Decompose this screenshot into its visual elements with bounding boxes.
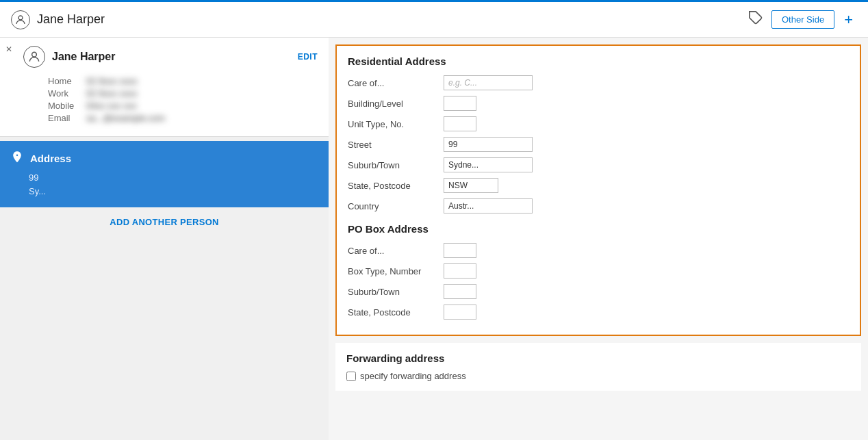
close-button[interactable]: ✕: [5, 44, 12, 54]
building-level-label: Building/Level: [348, 99, 444, 109]
forwarding-title: Forwarding address: [346, 352, 850, 364]
forwarding-section: Forwarding address specify forwarding ad…: [335, 343, 861, 391]
pobox-state-postcode-input[interactable]: [444, 305, 476, 320]
work-label: Work: [48, 88, 81, 99]
suburb-town-input[interactable]: [444, 157, 533, 172]
address-line2: Sy...: [29, 185, 318, 198]
home-label: Home: [48, 76, 81, 86]
forwarding-checkbox[interactable]: [346, 372, 356, 381]
home-value: 02 9xxx xxxx: [86, 76, 137, 86]
svg-point-0: [18, 16, 23, 20]
residential-address-section: Residential Address Care of... Building/…: [335, 44, 861, 336]
pobox-suburb-town-label: Suburb/Town: [348, 287, 444, 297]
contact-row-work: Work 02 9xxx xxxx: [48, 88, 318, 99]
forwarding-checkbox-label[interactable]: specify forwarding address: [360, 371, 466, 381]
suburb-town-label: Suburb/Town: [348, 160, 444, 170]
address-card[interactable]: Address 99 Sy...: [0, 141, 329, 207]
care-of-row: Care of...: [348, 75, 849, 90]
pobox-care-of-row: Care of...: [348, 243, 849, 258]
suburb-town-row: Suburb/Town: [348, 157, 849, 172]
address-card-detail: 99 Sy...: [29, 171, 318, 198]
add-new-button[interactable]: +: [840, 10, 857, 30]
contact-name: Jane Harper: [52, 51, 291, 63]
address-card-title: Address: [30, 153, 71, 164]
unit-type-row: Unit Type, No.: [348, 116, 849, 131]
add-another-person-button[interactable]: ADD ANOTHER PERSON: [0, 207, 329, 237]
address-pin-icon: [11, 151, 23, 166]
state-postcode-row: State, Postcode: [348, 178, 849, 193]
state-postcode-input[interactable]: [444, 178, 498, 193]
care-of-label: Care of...: [348, 78, 444, 88]
unit-type-input[interactable]: [444, 116, 476, 131]
address-card-header: Address: [11, 151, 318, 166]
pobox-state-postcode-label: State, Postcode: [348, 307, 444, 318]
street-label: Street: [348, 140, 444, 150]
contact-row-home: Home 02 9xxx xxxx: [48, 76, 318, 86]
box-type-number-row: Box Type, Number: [348, 263, 849, 279]
pobox-sub-section: PO Box Address Care of... Box Type, Numb…: [348, 223, 849, 320]
address-line1: 99: [29, 171, 318, 185]
contact-row-mobile: Mobile 04xx xxx xxx: [48, 101, 318, 111]
pobox-care-of-label: Care of...: [348, 246, 444, 256]
contact-details: Home 02 9xxx xxxx Work 02 9xxx xxxx Mobi…: [48, 76, 318, 123]
header-right: Other Side +: [745, 8, 857, 31]
pobox-suburb-town-row: Suburb/Town: [348, 284, 849, 299]
care-of-input[interactable]: [444, 75, 533, 90]
country-row: Country: [348, 198, 849, 213]
email-label: Email: [48, 113, 81, 123]
street-row: Street: [348, 137, 849, 152]
header-person-icon: [11, 10, 30, 29]
main-layout: ✕ Jane Harper EDIT Home 02 9xxx xxxx Wor: [0, 38, 868, 440]
country-label: Country: [348, 201, 444, 211]
header-name: Jane Harper: [37, 12, 105, 27]
pobox-section-title: PO Box Address: [348, 223, 849, 235]
contact-avatar: [23, 46, 45, 68]
box-type-number-input[interactable]: [444, 263, 476, 279]
unit-type-label: Unit Type, No.: [348, 119, 444, 129]
edit-button[interactable]: EDIT: [298, 52, 318, 62]
pobox-state-postcode-row: State, Postcode: [348, 305, 849, 320]
right-panel: Residential Address Care of... Building/…: [329, 38, 868, 440]
country-input[interactable]: [444, 198, 533, 213]
street-input[interactable]: [444, 137, 533, 152]
mobile-value: 04xx xxx xxx: [86, 101, 137, 111]
mobile-label: Mobile: [48, 101, 81, 111]
email-value: sa...@example.com: [86, 113, 165, 123]
left-panel: ✕ Jane Harper EDIT Home 02 9xxx xxxx Wor: [0, 38, 329, 440]
contact-card: ✕ Jane Harper EDIT Home 02 9xxx xxxx Wor: [0, 38, 329, 137]
contact-row-email: Email sa...@example.com: [48, 113, 318, 123]
work-value: 02 9xxx xxxx: [86, 88, 137, 99]
svg-point-3: [16, 154, 18, 157]
svg-point-2: [32, 52, 37, 57]
tag-icon[interactable]: [745, 8, 766, 31]
contact-card-header: Jane Harper EDIT: [11, 46, 318, 68]
building-level-row: Building/Level: [348, 96, 849, 111]
state-postcode-label: State, Postcode: [348, 181, 444, 191]
pobox-care-of-input[interactable]: [444, 243, 476, 258]
top-header: Jane Harper Other Side +: [0, 2, 868, 38]
residential-section-title: Residential Address: [348, 55, 849, 67]
other-side-button[interactable]: Other Side: [771, 10, 834, 29]
forwarding-checkbox-row: specify forwarding address: [346, 371, 850, 381]
header-left: Jane Harper: [11, 10, 105, 29]
building-level-input[interactable]: [444, 96, 476, 111]
box-type-number-label: Box Type, Number: [348, 266, 444, 276]
pobox-suburb-town-input[interactable]: [444, 284, 476, 299]
